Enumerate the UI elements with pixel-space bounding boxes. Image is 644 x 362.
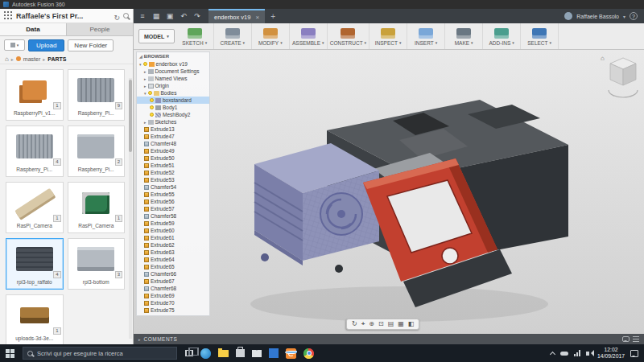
- toolbar-menu[interactable]: INSPECT ▾: [369, 23, 407, 49]
- expand-icon[interactable]: [139, 61, 142, 67]
- part-card[interactable]: 1 RasPi_Camera: [68, 182, 126, 233]
- expand-icon[interactable]: [144, 83, 147, 88]
- taskbar-app[interactable]: [185, 350, 193, 356]
- visibility-bulb-icon[interactable]: [148, 91, 152, 95]
- taskbar-app[interactable]: [252, 350, 262, 357]
- part-card[interactable]: 9 Raspberry_Pi...: [68, 69, 126, 121]
- browser-header[interactable]: BROWSER: [137, 52, 209, 60]
- feature-row[interactable]: Extrude64: [137, 256, 209, 263]
- feature-row[interactable]: Chamfer68: [137, 285, 209, 292]
- undo-icon[interactable]: [178, 10, 189, 22]
- tab-people[interactable]: People: [67, 23, 133, 35]
- home-view-icon[interactable]: ⌂: [601, 55, 605, 62]
- feature-row[interactable]: Chamfer54: [137, 183, 209, 191]
- model-3d[interactable]: [134, 50, 644, 344]
- new-folder-button[interactable]: New Folder: [68, 39, 114, 51]
- toolbar-menu[interactable]: ASSEMBLE ▾: [290, 23, 328, 49]
- feature-row[interactable]: Extrude70: [137, 299, 209, 306]
- viewports-icon[interactable]: [408, 321, 415, 327]
- toolbar-menu[interactable]: SELECT ▾: [521, 23, 559, 49]
- taskbar-app[interactable]: [269, 348, 279, 358]
- part-card[interactable]: 4 rpi3-top_raffato: [6, 238, 64, 290]
- feature-row[interactable]: Extrude59: [137, 220, 209, 227]
- browser-doc-row[interactable]: enderbox v19: [137, 60, 209, 68]
- taskbar-search[interactable]: Scrivi qui per eseguire la ricerca: [23, 347, 177, 360]
- close-tab-icon[interactable]: ×: [255, 14, 259, 21]
- feature-row[interactable]: Chamfer66: [137, 270, 209, 278]
- feature-row[interactable]: Extrude61: [137, 234, 209, 241]
- feature-row[interactable]: Extrude65: [137, 263, 209, 270]
- part-card[interactable]: 4 Raspberry_Pi...: [6, 125, 64, 177]
- display-settings-icon[interactable]: [388, 321, 394, 327]
- feature-row[interactable]: Extrude47: [137, 133, 209, 140]
- feature-row[interactable]: Extrude75: [137, 306, 209, 314]
- toolbar-menu[interactable]: MODIFY ▾: [252, 23, 290, 49]
- user-avatar[interactable]: [564, 12, 572, 20]
- expand-icon[interactable]: [144, 76, 147, 81]
- search-icon[interactable]: [123, 13, 129, 19]
- onedrive-icon[interactable]: [560, 352, 568, 356]
- taskbar-app[interactable]: [200, 348, 211, 359]
- expand-icon[interactable]: [144, 90, 147, 96]
- feature-row[interactable]: Chamfer48: [137, 140, 209, 147]
- feature-row[interactable]: Extrude69: [137, 292, 209, 299]
- view-cube-graphic[interactable]: [601, 53, 639, 101]
- browser-body-row[interactable]: Body1: [137, 104, 209, 111]
- toolbar-menu[interactable]: CREATE ▾: [214, 23, 252, 49]
- clock[interactable]: 12:02 14/09/2017: [597, 347, 625, 360]
- viewport[interactable]: BROWSER enderbox v19: [134, 50, 644, 344]
- feature-row[interactable]: Extrude63: [137, 249, 209, 256]
- new-tab-button[interactable]: +: [267, 12, 279, 21]
- app-launcher-icon[interactable]: [151, 10, 162, 22]
- taskbar-app[interactable]: [303, 348, 314, 359]
- toolbar-menu[interactable]: ADD-INS ▾: [483, 23, 521, 49]
- part-card[interactable]: 1 RaspberryPi_v1...: [6, 69, 64, 121]
- data-panel-scrollbar[interactable]: [129, 78, 132, 339]
- feature-row[interactable]: Extrude52: [137, 169, 209, 176]
- visibility-bulb-icon[interactable]: [150, 113, 154, 117]
- body-purple[interactable]: [254, 143, 379, 265]
- zoom-icon[interactable]: [369, 321, 374, 327]
- orbit-icon[interactable]: [352, 321, 357, 327]
- view-mode-select[interactable]: ▾: [4, 39, 25, 51]
- visibility-bulb-icon[interactable]: [150, 105, 154, 109]
- part-card[interactable]: 3 rpi3-bottom: [68, 238, 126, 290]
- fit-icon[interactable]: [378, 321, 384, 327]
- view-cube[interactable]: ⌂: [601, 53, 639, 101]
- browser-node-bodies[interactable]: Bodies: [137, 89, 209, 97]
- browser-node[interactable]: Named Views: [137, 75, 209, 82]
- comments-bar[interactable]: COMMENTS: [134, 334, 644, 344]
- expand-icon[interactable]: [144, 68, 147, 74]
- taskbar-app[interactable]: [218, 350, 229, 357]
- part-card[interactable]: 1 uploads-3d-3e...: [6, 294, 64, 344]
- network-icon[interactable]: [574, 350, 580, 356]
- workspace-switcher[interactable]: MODEL ▾: [138, 29, 175, 43]
- feature-row[interactable]: Extrude51: [137, 162, 209, 169]
- feature-row[interactable]: Extrude57: [137, 205, 209, 212]
- feature-row[interactable]: Extrude53: [137, 176, 209, 183]
- browser-node-sketches[interactable]: Sketches: [137, 118, 209, 125]
- toolbar-menu[interactable]: MAKE ▾: [445, 23, 483, 49]
- comment-bubble-icon[interactable]: [622, 336, 630, 342]
- upload-button[interactable]: Upload: [28, 39, 64, 51]
- browser-body-row[interactable]: boxstandard: [137, 97, 209, 104]
- browser-node[interactable]: Origin: [137, 82, 209, 89]
- feature-row[interactable]: Extrude62: [137, 241, 209, 249]
- toolbar-menu[interactable]: SKETCH ▾: [176, 23, 214, 49]
- help-icon[interactable]: ?: [630, 12, 638, 20]
- part-card[interactable]: 2 Raspberry_Pi...: [68, 125, 126, 177]
- feature-row[interactable]: Extrude50: [137, 154, 209, 162]
- expand-icon[interactable]: [144, 119, 147, 125]
- feature-row[interactable]: Extrude55: [137, 191, 209, 198]
- toolbar-menu[interactable]: CONSTRUCT ▾: [328, 23, 369, 49]
- feature-row[interactable]: Extrude13: [137, 125, 209, 133]
- pan-icon[interactable]: [361, 321, 365, 327]
- part-card[interactable]: 1 RasPi_Camera: [6, 182, 64, 233]
- save-icon[interactable]: [164, 10, 175, 22]
- breadcrumb-current[interactable]: PARTS: [47, 56, 66, 62]
- feature-row[interactable]: Extrude49: [137, 147, 209, 154]
- hidden-icons-chevron[interactable]: [550, 351, 555, 356]
- start-button[interactable]: [6, 349, 14, 358]
- redo-icon[interactable]: [192, 10, 203, 22]
- grid-settings-icon[interactable]: [398, 321, 404, 327]
